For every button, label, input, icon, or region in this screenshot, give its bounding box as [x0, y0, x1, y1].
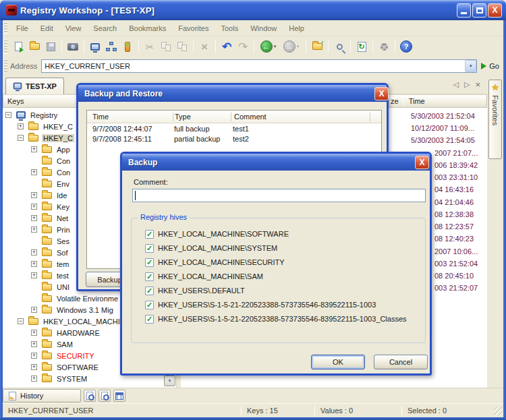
expand-icon[interactable]	[31, 204, 37, 210]
save-button[interactable]	[43, 38, 59, 55]
up-one-level-button[interactable]: ↑	[309, 38, 325, 55]
cancel-button[interactable]: Cancel	[374, 355, 428, 369]
tree-scroll-down-button[interactable]: ▼	[164, 376, 175, 386]
back-dropdown-icon[interactable]: ▼	[273, 44, 277, 49]
checkbox-checked-icon[interactable]: ✓	[145, 258, 154, 267]
menu-file[interactable]: File	[10, 22, 34, 34]
hive-checkbox-row[interactable]: ✓HKEY_USERS\S-1-5-21-220523388-573735546…	[145, 300, 407, 309]
forward-dropdown-icon[interactable]: ▼	[296, 44, 300, 49]
redo-button[interactable]: ↷	[235, 38, 251, 55]
undo-button[interactable]: ↶	[219, 38, 235, 55]
paste-button[interactable]	[174, 38, 190, 55]
forward-button[interactable]: →▼	[280, 38, 303, 55]
backup-list-header[interactable]: Time Type Comment	[87, 111, 381, 123]
expand-icon[interactable]	[31, 227, 37, 233]
ok-button[interactable]: OK	[311, 355, 365, 369]
flash-drive-button[interactable]	[119, 38, 136, 55]
checkbox-checked-icon[interactable]: ✓	[145, 287, 154, 295]
scroll-tabs-left-icon[interactable]: ◁	[453, 80, 458, 89]
open-folder-button[interactable]	[26, 38, 43, 55]
menu-search[interactable]: Search	[87, 22, 123, 34]
minimize-button[interactable]	[457, 3, 471, 18]
checkbox-checked-icon[interactable]: ✓	[145, 315, 154, 324]
comment-input[interactable]	[132, 189, 426, 202]
connect-computer-button[interactable]	[87, 38, 103, 55]
time-column-header[interactable]: Time	[87, 113, 173, 121]
resize-grip[interactable]	[494, 407, 502, 415]
back-button[interactable]: ←▼	[257, 38, 280, 55]
history-tab[interactable]: History	[3, 389, 81, 402]
checkbox-checked-icon[interactable]: ✓	[145, 230, 154, 239]
tab-test-xp[interactable]: TEST-XP	[5, 78, 64, 94]
address-grip[interactable]	[4, 59, 7, 73]
expand-icon[interactable]	[31, 192, 37, 198]
expand-icon[interactable]	[31, 146, 37, 152]
menu-bookmarks[interactable]: Bookmarks	[123, 22, 172, 34]
cut-button[interactable]: ✂	[142, 38, 158, 55]
backup-row[interactable]: 9/7/2008 12:44:07 full backup test1	[87, 123, 381, 133]
expand-icon[interactable]	[31, 272, 37, 278]
checkbox-checked-icon[interactable]: ✓	[145, 272, 154, 281]
collapse-icon[interactable]	[18, 318, 24, 324]
menu-help[interactable]: Help	[283, 22, 310, 34]
address-combobox[interactable]: HKEY_CURRENT_USER ▼	[41, 59, 477, 73]
expand-icon[interactable]	[31, 261, 37, 267]
backup-close-button[interactable]: X	[415, 156, 429, 169]
scroll-tabs-right-icon[interactable]: ▷	[464, 80, 470, 89]
table-view-button[interactable]	[113, 390, 125, 402]
address-value[interactable]: HKEY_CURRENT_USER	[42, 62, 465, 70]
refresh-button[interactable]: ↻	[354, 38, 370, 55]
options-button[interactable]	[376, 38, 392, 55]
expand-icon[interactable]	[31, 215, 37, 221]
export-file-button[interactable]	[10, 38, 26, 55]
backup-restore-title-bar[interactable]: Backup and Restore	[78, 85, 387, 102]
expand-icon[interactable]	[31, 376, 37, 382]
hive-checkbox-row[interactable]: ✓HKEY_USERS\S-1-5-21-220523388-573735546…	[145, 314, 407, 324]
expand-icon[interactable]	[31, 364, 37, 370]
expand-icon[interactable]	[31, 249, 37, 256]
help-button[interactable]: ?	[398, 38, 414, 55]
collapse-icon[interactable]	[5, 112, 11, 118]
menu-favorites[interactable]: Favorites	[172, 22, 215, 34]
hive-checkbox-row[interactable]: ✓HKEY_USERS\.DEFAULT	[145, 286, 407, 295]
expand-icon[interactable]	[18, 123, 24, 129]
network-button[interactable]	[103, 38, 119, 55]
search-values-button[interactable]	[99, 390, 111, 402]
go-button[interactable]: Go	[477, 62, 503, 70]
favorites-tab[interactable]: ★ Favorites	[488, 80, 502, 159]
comment-column-header[interactable]: Comment	[231, 113, 370, 121]
toolbar-grip[interactable]	[4, 40, 7, 54]
checkbox-checked-icon[interactable]: ✓	[145, 301, 154, 309]
address-dropdown-button[interactable]: ▼	[465, 60, 476, 72]
hive-checkbox-row[interactable]: ✓HKEY_LOCAL_MACHINE\SYSTEM	[145, 243, 407, 253]
checkbox-checked-icon[interactable]: ✓	[145, 244, 154, 253]
hive-checkbox-row[interactable]: ✓HKEY_LOCAL_MACHINE\SECURITY	[145, 258, 407, 267]
backup-restore-close-button[interactable]: X	[374, 87, 389, 100]
hive-checkbox-row[interactable]: ✓HKEY_LOCAL_MACHINE\SAM	[145, 272, 407, 281]
type-column-header[interactable]: Type	[173, 113, 231, 121]
expand-icon[interactable]	[31, 307, 37, 313]
menu-view[interactable]: View	[59, 22, 88, 34]
expand-icon[interactable]	[31, 330, 37, 336]
menu-edit[interactable]: Edit	[34, 22, 59, 34]
backup-title-bar[interactable]: Backup	[122, 154, 430, 171]
expand-icon[interactable]	[31, 169, 37, 175]
search-keys-button[interactable]	[84, 390, 96, 402]
backup-row[interactable]: 9/7/2008 12:45:11 partial backup test2	[87, 133, 381, 144]
menu-window[interactable]: Window	[244, 22, 283, 34]
expand-icon[interactable]	[31, 353, 37, 359]
menu-tools[interactable]: Tools	[215, 22, 245, 34]
maximize-button[interactable]	[472, 3, 486, 18]
expand-icon[interactable]	[31, 341, 37, 347]
hive-checkbox-row[interactable]: ✓HKEY_LOCAL_MACHINE\SOFTWARE	[145, 229, 407, 239]
snapshot-button[interactable]	[65, 38, 81, 55]
close-button[interactable]: X	[488, 3, 502, 18]
delete-button[interactable]: ×	[196, 38, 213, 55]
search-button[interactable]	[331, 38, 347, 55]
close-tab-icon[interactable]: ×	[475, 80, 480, 90]
collapse-icon[interactable]	[18, 135, 24, 141]
title-bar[interactable]: Registry Workshop - [TEST-XP] X	[0, 0, 506, 20]
time-column-header[interactable]: Time	[403, 97, 425, 105]
copy-button[interactable]	[158, 38, 174, 55]
menu-grip[interactable]	[4, 22, 7, 33]
